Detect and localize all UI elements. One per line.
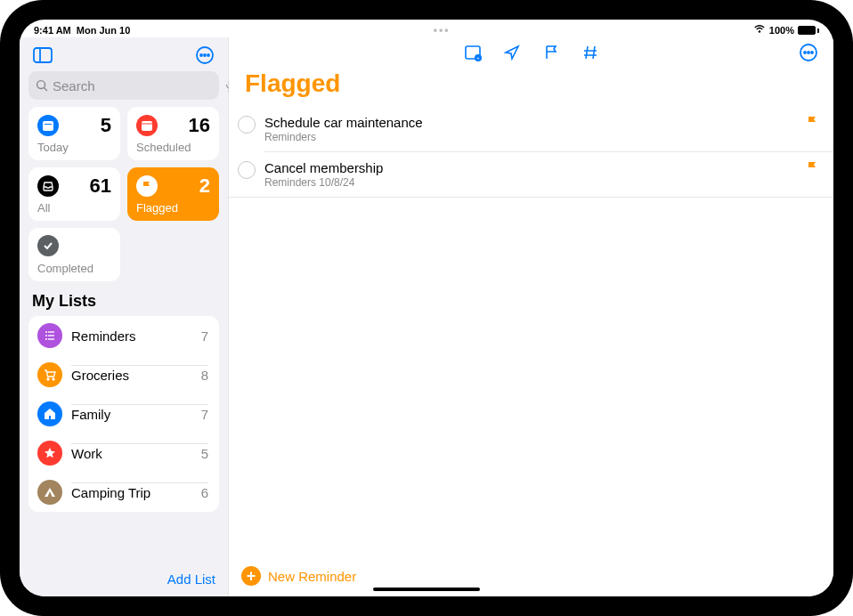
svg-point-17 bbox=[47, 378, 49, 380]
main-panel: + bbox=[229, 37, 833, 596]
svg-point-13 bbox=[45, 335, 47, 336]
svg-rect-12 bbox=[48, 331, 54, 332]
status-time: 9:41 AM bbox=[34, 25, 71, 36]
calendar-icon bbox=[136, 115, 158, 136]
smart-card-count: 2 bbox=[199, 174, 210, 198]
flag-icon bbox=[805, 115, 819, 133]
svg-point-4 bbox=[204, 54, 206, 56]
add-list-button[interactable]: Add List bbox=[167, 571, 215, 587]
list-item[interactable]: Family 7 bbox=[28, 394, 219, 434]
svg-rect-14 bbox=[48, 335, 54, 336]
list-name: Reminders bbox=[71, 328, 136, 344]
checkmark-icon bbox=[37, 235, 59, 256]
list-name: Work bbox=[71, 446, 102, 461]
battery-icon bbox=[798, 26, 819, 35]
smart-card-label: Today bbox=[37, 141, 111, 154]
new-reminder-button[interactable]: + New Reminder bbox=[241, 566, 356, 586]
reminder-subtitle: Reminders 10/8/24 bbox=[264, 176, 796, 189]
reminder-complete-toggle[interactable] bbox=[238, 161, 256, 179]
svg-point-24 bbox=[808, 52, 809, 53]
list-name: Family bbox=[71, 407, 110, 422]
smart-card-label: Completed bbox=[37, 262, 111, 275]
reminder-subtitle: Reminders bbox=[264, 131, 796, 143]
main-more-button[interactable] bbox=[796, 42, 821, 63]
list-count: 6 bbox=[201, 485, 208, 500]
smart-card-today[interactable]: 5 Today bbox=[28, 107, 120, 160]
location-icon[interactable] bbox=[502, 43, 522, 62]
home-indicator[interactable] bbox=[373, 588, 480, 591]
reminder-complete-toggle[interactable] bbox=[238, 116, 256, 134]
svg-point-25 bbox=[811, 52, 813, 53]
svg-rect-7 bbox=[43, 121, 53, 131]
search-input[interactable] bbox=[53, 78, 222, 93]
smart-card-label: Flagged bbox=[136, 201, 210, 215]
sidebar-toggle-button[interactable] bbox=[30, 45, 55, 66]
svg-point-3 bbox=[200, 54, 202, 56]
svg-point-18 bbox=[53, 378, 54, 380]
svg-point-11 bbox=[45, 331, 47, 333]
calendar-today-icon bbox=[37, 115, 59, 136]
svg-rect-0 bbox=[34, 48, 52, 62]
reminder-title: Cancel membership bbox=[264, 160, 796, 175]
flag-icon bbox=[805, 160, 819, 178]
battery-percentage: 100% bbox=[769, 25, 794, 36]
wifi-icon bbox=[753, 25, 766, 36]
smart-card-scheduled[interactable]: 16 Scheduled bbox=[127, 107, 219, 160]
calendar-date-icon[interactable]: + bbox=[463, 43, 483, 62]
page-title: Flagged bbox=[229, 64, 833, 107]
list-count: 8 bbox=[201, 368, 208, 383]
multitask-dots-icon[interactable]: ••• bbox=[434, 24, 451, 36]
device-frame: 9:41 AM Mon Jun 10 ••• 100% bbox=[0, 0, 853, 616]
reminder-list: Schedule car maintenance Reminders Cance… bbox=[229, 107, 833, 557]
house-icon bbox=[37, 401, 62, 426]
reminder-row[interactable]: Schedule car maintenance Reminders bbox=[229, 107, 833, 151]
smart-list-grid: 5 Today 16 Scheduled bbox=[20, 107, 228, 288]
svg-point-15 bbox=[45, 338, 47, 340]
my-lists: Reminders 7 Groceries 8 Family 7 Work 5 … bbox=[28, 316, 219, 512]
status-bar: 9:41 AM Mon Jun 10 ••• 100% bbox=[20, 20, 833, 37]
new-reminder-label: New Reminder bbox=[268, 569, 356, 584]
main-toolbar: + bbox=[229, 37, 833, 64]
smart-card-label: All bbox=[37, 201, 111, 215]
list-name: Camping Trip bbox=[71, 485, 150, 500]
smart-card-all[interactable]: 61 All bbox=[28, 167, 120, 221]
flag-icon bbox=[136, 175, 158, 197]
list-count: 5 bbox=[201, 446, 208, 461]
cart-icon bbox=[37, 362, 62, 387]
sidebar-more-button[interactable] bbox=[192, 45, 217, 66]
svg-rect-9 bbox=[142, 121, 152, 131]
list-item[interactable]: Reminders 7 bbox=[28, 316, 219, 355]
smart-card-count: 16 bbox=[189, 114, 210, 137]
search-field[interactable] bbox=[28, 71, 219, 100]
search-icon bbox=[36, 79, 49, 93]
svg-rect-16 bbox=[48, 338, 54, 339]
reminder-title: Schedule car maintenance bbox=[264, 115, 796, 130]
svg-text:+: + bbox=[476, 55, 479, 61]
svg-point-23 bbox=[804, 52, 806, 53]
smart-card-label: Scheduled bbox=[136, 141, 210, 154]
list-count: 7 bbox=[201, 407, 208, 422]
plus-circle-icon: + bbox=[241, 566, 261, 586]
screen: 9:41 AM Mon Jun 10 ••• 100% bbox=[20, 20, 833, 596]
tent-icon bbox=[37, 480, 62, 505]
smart-card-completed[interactable]: Completed bbox=[28, 228, 120, 281]
sidebar: 5 Today 16 Scheduled bbox=[20, 37, 229, 596]
list-count: 7 bbox=[201, 328, 208, 344]
list-item[interactable]: Work 5 bbox=[28, 434, 219, 473]
flag-toolbar-icon[interactable] bbox=[541, 43, 561, 62]
list-name: Groceries bbox=[71, 368, 129, 383]
svg-rect-8 bbox=[45, 124, 52, 125]
list-item[interactable]: Camping Trip 6 bbox=[28, 473, 219, 512]
smart-card-flagged[interactable]: 2 Flagged bbox=[127, 167, 219, 221]
reminder-row[interactable]: Cancel membership Reminders 10/8/24 bbox=[264, 151, 833, 197]
tray-icon bbox=[37, 175, 59, 197]
app-body: 5 Today 16 Scheduled bbox=[20, 37, 833, 596]
smart-card-count: 5 bbox=[101, 114, 111, 137]
my-lists-header: My Lists bbox=[20, 288, 228, 316]
star-icon bbox=[37, 441, 62, 466]
tag-hash-icon[interactable] bbox=[581, 43, 600, 62]
list-item[interactable]: Groceries 8 bbox=[28, 355, 219, 394]
list-bullet-icon bbox=[37, 323, 62, 348]
status-date: Mon Jun 10 bbox=[77, 25, 131, 36]
smart-card-count: 61 bbox=[90, 174, 111, 198]
